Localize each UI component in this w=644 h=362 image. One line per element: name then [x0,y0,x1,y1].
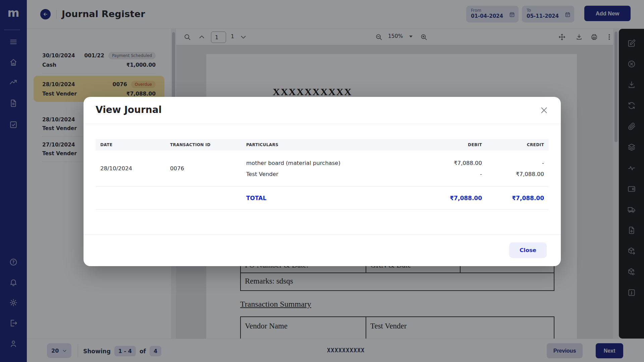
col-particulars: PARTICULARS [241,139,410,150]
modal-table-header: DATE TRANSACTION ID PARTICULARS DEBIT CR… [96,139,549,150]
cell-debit-line1: ₹7,088.00 [454,160,482,166]
view-journal-modal: View Journal DATE TRANSACTION ID PARTICU… [84,97,561,266]
cell-credit-line1: - [542,160,544,166]
cell-particulars-line1: mother board (material purchase) [246,160,340,166]
modal-table-total-row: TOTAL ₹7,088.00 ₹7,088.00 [96,187,549,209]
total-label: TOTAL [241,187,410,209]
app-window: m ? Journal Register From 01 [0,0,644,362]
modal-footer: Close [84,235,561,266]
modal-title: View Journal [96,104,162,115]
close-icon[interactable] [539,106,549,115]
cell-debit-line2: - [480,171,482,177]
col-date: DATE [96,139,165,150]
modal-table-row: 28/10/2024 0076 mother board (material p… [96,150,549,187]
cell-date: 28/10/2024 [96,150,165,186]
close-button[interactable]: Close [509,242,547,258]
cell-transaction-id: 0076 [165,150,241,186]
cell-credit-line2: ₹7,088.00 [516,171,544,177]
total-credit: ₹7,088.00 [487,187,549,209]
col-transaction-id: TRANSACTION ID [165,139,241,150]
col-debit: DEBIT [410,139,487,150]
col-credit: CREDIT [487,139,549,150]
cell-particulars-line2: Test Vender [246,171,278,177]
total-debit: ₹7,088.00 [410,187,487,209]
